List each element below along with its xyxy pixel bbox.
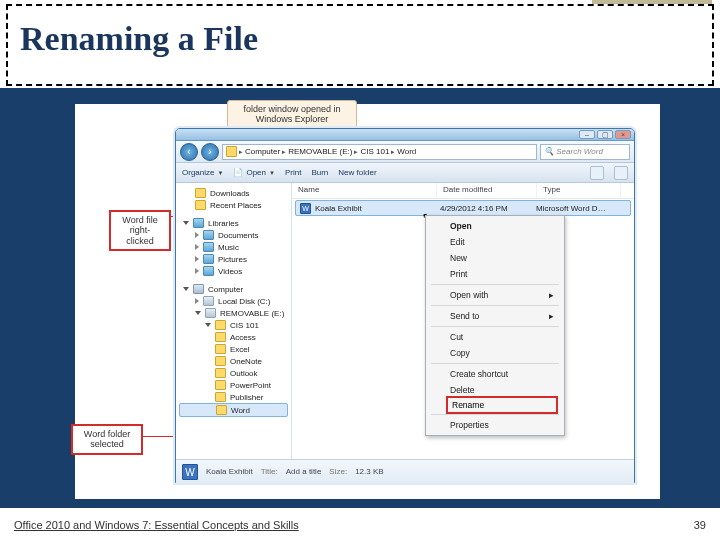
library-icon <box>203 230 214 240</box>
nav-removable[interactable]: REMOVABLE (E:) <box>179 307 288 319</box>
chevron-right-icon: ▸ <box>354 148 358 156</box>
file-list-pane[interactable]: Name Date modified Type W Koala Exhibit … <box>292 183 634 459</box>
ctx-send-to[interactable]: Send to▸ <box>428 308 562 324</box>
file-type-cell: Microsoft Word D… <box>532 204 614 213</box>
nav-label: Recent Places <box>210 201 262 210</box>
nav-access[interactable]: Access <box>179 331 288 343</box>
column-date[interactable]: Date modified <box>437 183 537 198</box>
expand-icon[interactable] <box>195 311 201 315</box>
folder-icon <box>215 332 226 342</box>
nav-videos[interactable]: Videos <box>179 265 288 277</box>
details-size-value: 12.3 KB <box>355 467 383 476</box>
navigation-pane[interactable]: Downloads Recent Places Libraries Docume… <box>176 183 292 459</box>
details-pane: W Koala Exhibit Title: Add a title Size:… <box>176 459 634 483</box>
ctx-create-shortcut[interactable]: Create shortcut <box>428 366 562 382</box>
nav-music[interactable]: Music <box>179 241 288 253</box>
back-button[interactable]: ‹ <box>180 143 198 161</box>
nav-powerpoint[interactable]: PowerPoint <box>179 379 288 391</box>
folder-icon <box>215 368 226 378</box>
search-icon: 🔍 <box>544 147 554 156</box>
nav-onenote[interactable]: OneNote <box>179 355 288 367</box>
chevron-down-icon: ▼ <box>217 170 223 176</box>
nav-label: Publisher <box>230 393 263 402</box>
column-type[interactable]: Type <box>537 183 621 198</box>
nav-label: Excel <box>230 345 250 354</box>
details-size-label: Size: <box>329 467 347 476</box>
ctx-open[interactable]: Open <box>428 218 562 234</box>
new-folder-button[interactable]: New folder <box>338 168 376 177</box>
nav-publisher[interactable]: Publisher <box>179 391 288 403</box>
nav-label: Documents <box>218 231 258 240</box>
nav-local-disk[interactable]: Local Disk (C:) <box>179 295 288 307</box>
expand-icon[interactable] <box>195 298 199 304</box>
burn-button[interactable]: Burn <box>311 168 328 177</box>
expand-icon[interactable] <box>205 323 211 327</box>
folder-icon <box>215 320 226 330</box>
ctx-print[interactable]: Print <box>428 266 562 282</box>
organize-button[interactable]: Organize▼ <box>182 168 223 177</box>
nav-excel[interactable]: Excel <box>179 343 288 355</box>
nav-recent[interactable]: Recent Places <box>179 199 288 211</box>
nav-pictures[interactable]: Pictures <box>179 253 288 265</box>
crumb-removable[interactable]: REMOVABLE (E:) <box>288 147 352 156</box>
expand-icon[interactable] <box>195 268 199 274</box>
crumb-word[interactable]: Word <box>397 147 416 156</box>
separator <box>431 363 559 364</box>
breadcrumb[interactable]: ▸ Computer ▸ REMOVABLE (E:) ▸ CIS 101 ▸ … <box>222 144 537 160</box>
titlebar[interactable]: – ▢ × <box>176 129 634 141</box>
chevron-right-icon: ▸ <box>282 148 286 156</box>
nav-libraries[interactable]: Libraries <box>179 217 288 229</box>
file-row-koala[interactable]: W Koala Exhibit 4/29/2012 4:16 PM Micros… <box>295 200 631 216</box>
view-button[interactable] <box>590 166 604 180</box>
column-headers[interactable]: Name Date modified Type <box>292 183 634 199</box>
details-filename: Koala Exhibit <box>206 467 253 476</box>
expand-icon[interactable] <box>195 256 199 262</box>
ctx-new[interactable]: New <box>428 250 562 266</box>
library-icon <box>203 266 214 276</box>
ctx-copy[interactable]: Copy <box>428 345 562 361</box>
slide-footer: Office 2010 and Windows 7: Essential Con… <box>0 510 720 540</box>
nav-label: PowerPoint <box>230 381 271 390</box>
nav-cis101[interactable]: CIS 101 <box>179 319 288 331</box>
nav-word[interactable]: Word <box>179 403 288 417</box>
nav-documents[interactable]: Documents <box>179 229 288 241</box>
maximize-button[interactable]: ▢ <box>597 130 613 139</box>
help-button[interactable] <box>614 166 628 180</box>
print-button[interactable]: Print <box>285 168 301 177</box>
nav-label: Access <box>230 333 256 342</box>
footer-source: Office 2010 and Windows 7: Essential Con… <box>14 519 299 531</box>
ctx-open-with[interactable]: Open with▸ <box>428 287 562 303</box>
details-title-value[interactable]: Add a title <box>286 467 322 476</box>
expand-icon[interactable] <box>183 287 189 291</box>
crumb-computer[interactable]: Computer <box>245 147 280 156</box>
nav-computer[interactable]: Computer <box>179 283 288 295</box>
open-button[interactable]: 📄 Open▼ <box>233 168 275 177</box>
drive-icon <box>205 308 216 318</box>
word-file-icon: W <box>182 464 198 480</box>
expand-icon[interactable] <box>183 221 189 225</box>
folder-icon <box>215 392 226 402</box>
ctx-edit[interactable]: Edit <box>428 234 562 250</box>
callout-text: Word folder selected <box>84 429 130 449</box>
crumb-cis101[interactable]: CIS 101 <box>360 147 389 156</box>
forward-button[interactable]: › <box>201 143 219 161</box>
expand-icon[interactable] <box>195 244 199 250</box>
callout-right-clicked: Word file right-clicked <box>109 210 171 251</box>
close-button[interactable]: × <box>615 130 631 139</box>
nav-outlook[interactable]: Outlook <box>179 367 288 379</box>
ctx-label: Open with <box>450 290 488 300</box>
search-input[interactable]: 🔍 Search Word <box>540 144 630 160</box>
folder-icon <box>216 405 227 415</box>
expand-icon[interactable] <box>195 232 199 238</box>
ctx-properties[interactable]: Properties <box>428 417 562 433</box>
nav-downloads[interactable]: Downloads <box>179 187 288 199</box>
ctx-rename[interactable]: Rename <box>452 400 552 410</box>
ctx-cut[interactable]: Cut <box>428 329 562 345</box>
minimize-button[interactable]: – <box>579 130 595 139</box>
folder-icon <box>195 188 206 198</box>
nav-label: Music <box>218 243 239 252</box>
search-placeholder: Search Word <box>556 147 603 156</box>
toolbar-label: Burn <box>311 168 328 177</box>
file-name-cell: W Koala Exhibit <box>296 203 436 214</box>
column-name[interactable]: Name <box>292 183 437 198</box>
